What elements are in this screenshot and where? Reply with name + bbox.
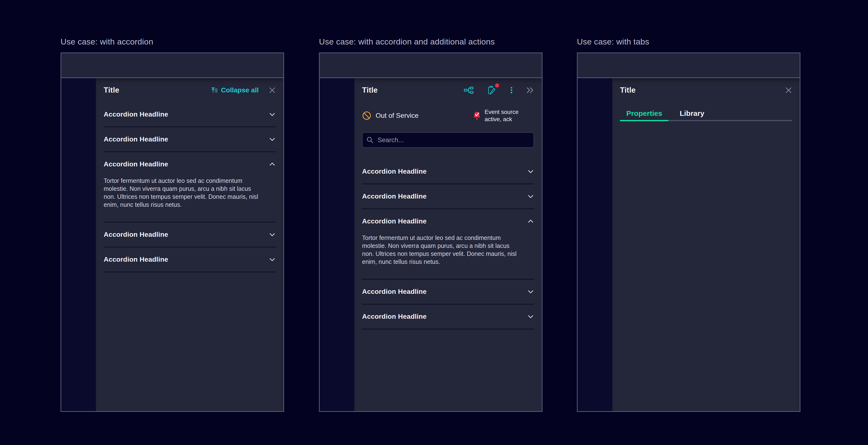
chevron-down-icon <box>269 231 276 238</box>
double-chevron-right-icon <box>526 87 534 94</box>
accordion-headline: Accordion Headline <box>104 231 168 238</box>
tab-label: Library <box>680 109 704 117</box>
collapse-all-icon <box>211 87 218 94</box>
accordion-item: Accordion Headline <box>104 247 276 272</box>
status-event-source: Event source active, ack <box>472 108 519 123</box>
tree-structure-icon <box>464 87 473 94</box>
accordion-item: Accordion Headline <box>362 305 534 330</box>
accordion-body: Tortor fermentum ut auctor leo sed ac co… <box>104 176 261 222</box>
side-panel: Title <box>354 78 542 411</box>
accordion-headline: Accordion Headline <box>362 168 427 175</box>
accordion-header[interactable]: Accordion Headline <box>362 209 534 233</box>
kebab-menu-button[interactable] <box>510 86 513 94</box>
panel-actions <box>464 85 534 95</box>
accordion-headline: Accordion Headline <box>104 160 168 168</box>
search-input[interactable] <box>362 132 534 148</box>
accordion-headline: Accordion Headline <box>104 135 168 143</box>
usecase-label: Use case: with accordion <box>61 36 284 47</box>
chevron-up-icon <box>269 161 276 168</box>
side-panel: Title Collapse all <box>96 78 283 411</box>
accordion-item: Accordion Headline Tortor fermentum ut a… <box>104 152 276 222</box>
accordion-header[interactable]: Accordion Headline <box>104 152 276 176</box>
close-panel-button[interactable] <box>269 87 276 94</box>
chevron-down-icon <box>269 256 276 263</box>
panel-title: Title <box>362 86 378 95</box>
usecase-with-accordion-actions: Use case: with accordion and additional … <box>319 36 542 412</box>
app-mock-frame: Title PropertiesLibrary <box>577 53 800 412</box>
accordion-item: Accordion Headline <box>362 280 534 305</box>
accordion-header[interactable]: Accordion Headline <box>362 159 534 183</box>
collapse-panel-button[interactable] <box>526 87 534 94</box>
accordion-header[interactable]: Accordion Headline <box>104 247 276 272</box>
chevron-down-icon <box>527 288 534 295</box>
edit-note-icon <box>487 85 497 95</box>
accordion-header[interactable]: Accordion Headline <box>104 127 276 151</box>
mock-body: Title PropertiesLibrary <box>578 78 800 411</box>
accordion-header[interactable]: Accordion Headline <box>362 280 534 304</box>
panel-title: Title <box>104 86 119 95</box>
mock-body: Title <box>320 78 542 411</box>
usecase-with-tabs: Use case: with tabs Title PropertiesLibr… <box>577 36 800 412</box>
page-backdrop <box>320 78 354 411</box>
tab-properties[interactable]: Properties <box>620 106 669 121</box>
panel-header: Title <box>620 78 792 102</box>
accordion-headline: Accordion Headline <box>104 110 168 118</box>
accordion-list: Accordion Headline Accordion Headline Ac… <box>362 159 534 330</box>
mock-body: Title Collapse all <box>61 78 283 411</box>
status-out-of-service: Out of Service <box>362 111 418 120</box>
search-icon <box>366 136 374 144</box>
panel-title: Title <box>620 86 636 95</box>
accordion-header[interactable]: Accordion Headline <box>362 184 534 208</box>
status-out-of-service-label: Out of Service <box>376 112 418 119</box>
tab-library[interactable]: Library <box>673 106 711 121</box>
status-row: Out of Service Event source active, ack <box>362 103 534 129</box>
panel-header: Title <box>362 78 534 102</box>
close-icon <box>269 87 276 94</box>
edit-note-button[interactable] <box>487 85 497 95</box>
collapse-all-button[interactable]: Collapse all <box>211 86 259 94</box>
chevron-down-icon <box>269 111 276 118</box>
accordion-headline: Accordion Headline <box>362 288 427 296</box>
app-header-placeholder <box>320 53 542 78</box>
accordion-header[interactable]: Accordion Headline <box>362 305 534 329</box>
chevron-down-icon <box>527 193 534 200</box>
blocked-circle-icon <box>362 111 371 120</box>
status-event-source-label: Event source active, ack <box>485 108 519 123</box>
accordion-headline: Accordion Headline <box>104 255 168 263</box>
app-header-placeholder <box>578 53 800 78</box>
accordion-item: Accordion Headline <box>104 102 276 127</box>
app-header-placeholder <box>61 53 283 78</box>
accordion-headline: Accordion Headline <box>362 313 427 320</box>
accordion-body: Tortor fermentum ut auctor leo sed ac co… <box>362 233 520 279</box>
usecase-label: Use case: with tabs <box>577 36 800 47</box>
accordion-header[interactable]: Accordion Headline <box>104 102 276 127</box>
chevron-down-icon <box>269 136 276 143</box>
kebab-menu-icon <box>510 86 513 94</box>
accordion-item: Accordion Headline <box>104 127 276 152</box>
panel-header: Title Collapse all <box>104 78 276 102</box>
side-panel: Title PropertiesLibrary <box>612 78 800 411</box>
close-panel-button[interactable] <box>785 87 792 94</box>
accordion-headline: Accordion Headline <box>362 217 427 225</box>
chevron-down-icon <box>527 313 534 320</box>
chevron-down-icon <box>527 168 534 175</box>
usecase-with-accordion: Use case: with accordion Title Collapse … <box>61 36 284 412</box>
notification-dot <box>495 83 499 88</box>
accordion-item: Accordion Headline <box>104 222 276 247</box>
accordion-header[interactable]: Accordion Headline <box>104 222 276 247</box>
collapse-all-label: Collapse all <box>221 86 259 94</box>
tree-structure-button[interactable] <box>464 87 473 94</box>
accordion-item: Accordion Headline <box>362 159 534 184</box>
accordion-item: Accordion Headline Tortor fermentum ut a… <box>362 209 534 280</box>
app-mock-frame: Title <box>319 53 542 412</box>
tab-label: Properties <box>626 109 662 117</box>
accordion-list: Accordion Headline Accordion Headline Ac… <box>104 102 276 272</box>
page-backdrop <box>61 78 96 411</box>
accordion-item: Accordion Headline <box>362 184 534 209</box>
search-bar <box>362 132 534 148</box>
page-backdrop <box>578 78 612 411</box>
accordion-headline: Accordion Headline <box>362 193 427 200</box>
tab-bar: PropertiesLibrary <box>620 106 792 121</box>
app-mock-frame: Title Collapse all <box>61 53 284 412</box>
alarm-bell-check-icon <box>472 111 481 120</box>
